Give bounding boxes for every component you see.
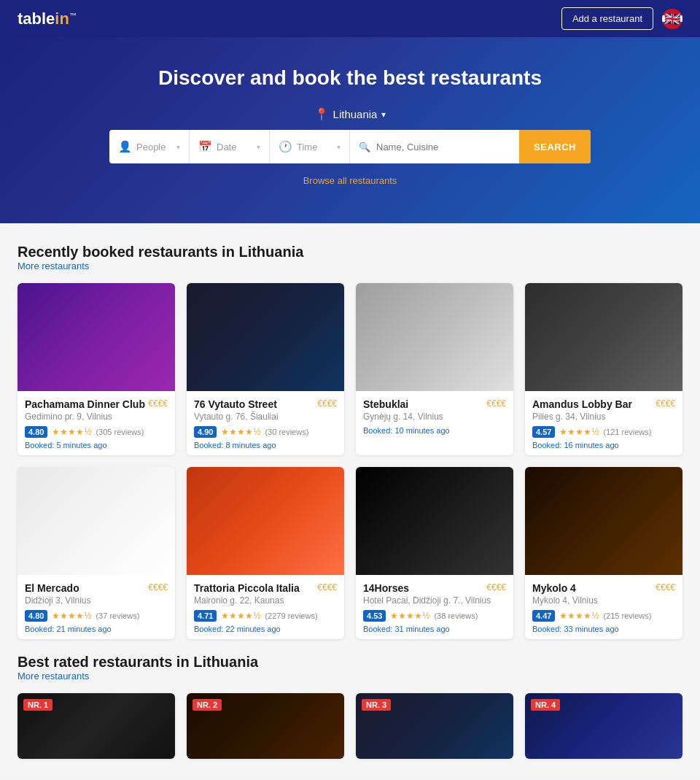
card-body: Pachamama Dinner Club €€€€ Gedimino pr. … [18,391,175,455]
restaurant-address: Pilies g. 34, Vilnius [532,412,675,422]
card-image [187,467,344,575]
card-meta: 4.57 ★★★★½ (121 reviews) [532,426,675,438]
name-cuisine-field[interactable]: 🔍 [350,142,519,152]
clock-icon: 🕐 [279,140,292,153]
restaurant-card[interactable]: El Mercado €€€€ Didžioji 3, Vilnius 4.80… [18,467,175,639]
card-meta: 4.53 ★★★★½ (38 reviews) [363,610,506,622]
card-image [18,467,175,575]
restaurant-address: Hotel Pacai, Didžioji g. 7., Vilnius [363,595,506,606]
date-label: Date [217,142,236,152]
rating-badge: 4.80 [25,426,47,438]
card-title-row: Stebuklai €€€€ [363,398,506,410]
reviews-count: (121 reviews) [603,428,651,436]
card-image: NR. 2 [187,693,344,759]
nr-badge: NR. 3 [362,699,391,711]
location-pin-icon: 📍 [314,107,329,121]
card-image [356,467,513,575]
restaurant-name: 76 Vytauto Street [194,398,277,410]
recently-booked-title: Recently booked restaurants in Lithuania [18,244,682,260]
nr-badge: NR. 2 [192,699,222,711]
search-bar: 👤 People ▾ 📅 Date ▾ 🕐 Time ▾ 🔍 SEARCH [109,130,591,163]
booked-info: Booked: 16 minutes ago [532,441,675,449]
restaurant-card[interactable]: Amandus Lobby Bar €€€€ Pilies g. 34, Vil… [525,283,682,455]
booked-info: Booked: 22 minutes ago [194,625,337,633]
card-image [187,283,344,391]
restaurant-name: Mykolo 4 [532,582,576,594]
reviews-count: (305 reviews) [96,428,144,436]
card-title-row: 14Horses €€€€ [363,582,506,594]
price-indicator: €€€€ [656,398,675,409]
booked-info: Booked: 5 minutes ago [25,441,168,449]
stars: ★★★★½ [221,427,260,437]
language-flag[interactable]: 🇬🇧 [662,9,682,29]
logo-table: table [18,9,55,28]
location-selector[interactable]: 📍 Lithuania ▾ [314,107,386,121]
best-rated-card[interactable]: NR. 1 [18,693,175,759]
card-title-row: Amandus Lobby Bar €€€€ [532,398,675,410]
stars: ★★★★½ [559,611,599,621]
nav-right: Add a restaurant 🇬🇧 [561,7,682,30]
card-title-row: Trattoria Piccola Italia €€€€ [194,582,337,594]
rating-badge: 4.53 [363,610,386,622]
add-restaurant-button[interactable]: Add a restaurant [561,7,653,30]
time-chevron-icon: ▾ [337,143,341,151]
hero-title: Discover and book the best restaurants [18,66,682,90]
best-rated-more-link[interactable]: More restaurants [18,671,682,681]
browse-all-link[interactable]: Browse all restaurants [303,175,397,186]
restaurant-card[interactable]: Pachamama Dinner Club €€€€ Gedimino pr. … [18,283,175,455]
restaurant-address: Vytauto g. 76, Šiauliai [194,412,337,422]
top-navigation: tablein™ Add a restaurant 🇬🇧 [0,0,700,37]
logo-tm: ™ [69,11,77,19]
search-icon: 🔍 [359,142,370,152]
card-body: 14Horses €€€€ Hotel Pacai, Didžioji g. 7… [356,575,513,639]
restaurant-address: Mykolo 4, Vilnius [532,595,675,606]
date-segment[interactable]: 📅 Date ▾ [190,130,270,163]
restaurant-name: Stebuklai [363,398,408,410]
stars: ★★★★½ [221,611,260,621]
card-image [18,283,175,391]
card-image: NR. 1 [18,693,175,759]
reviews-count: (38 reviews) [434,611,478,620]
card-image [525,467,682,575]
recently-booked-more-link[interactable]: More restaurants [18,260,682,271]
logo[interactable]: tablein™ [18,9,77,28]
people-label: People [136,142,166,152]
restaurant-name: 14Horses [363,582,409,594]
stars: ★★★★½ [390,611,429,621]
rating-badge: 4.90 [194,426,217,438]
rating-badge: 4.71 [194,610,217,622]
best-rated-card[interactable]: NR. 3 [356,693,513,759]
restaurant-address: Gedimino pr. 9, Vilnius [25,412,168,422]
card-meta: 4.80 ★★★★½ (37 reviews) [25,610,168,622]
booked-info: Booked: 8 minutes ago [194,441,337,449]
reviews-count: (37 reviews) [96,611,139,620]
restaurant-card[interactable]: 76 Vytauto Street €€€€ Vytauto g. 76, Ši… [187,283,344,455]
people-segment[interactable]: 👤 People ▾ [109,130,190,163]
card-body: Trattoria Piccola Italia €€€€ Maironio g… [187,575,344,639]
search-button[interactable]: SEARCH [519,130,591,163]
restaurant-card[interactable]: Stebuklai €€€€ Gynėjų g. 14, Vilnius Boo… [356,283,513,455]
logo-in: in [55,9,69,28]
restaurant-card[interactable]: 14Horses €€€€ Hotel Pacai, Didžioji g. 7… [356,467,513,639]
time-segment[interactable]: 🕐 Time ▾ [270,130,350,163]
card-image: NR. 4 [525,693,682,759]
nr-badge: NR. 4 [531,699,560,711]
card-meta: 4.47 ★★★★½ (215 reviews) [532,610,675,622]
name-cuisine-input[interactable] [376,142,510,152]
card-meta: 4.90 ★★★★½ (30 reviews) [194,426,337,438]
card-body: Amandus Lobby Bar €€€€ Pilies g. 34, Vil… [525,391,682,455]
hero-section: Discover and book the best restaurants 📍… [0,37,700,223]
stars: ★★★★½ [559,427,599,437]
best-rated-card[interactable]: NR. 4 [525,693,682,759]
price-indicator: €€€€ [317,398,337,409]
restaurant-card[interactable]: Trattoria Piccola Italia €€€€ Maironio g… [187,467,344,639]
best-rated-card[interactable]: NR. 2 [187,693,344,759]
restaurant-card[interactable]: Mykolo 4 €€€€ Mykolo 4, Vilnius 4.47 ★★★… [525,467,682,639]
price-indicator: €€€€ [148,398,168,409]
recently-booked-grid: Pachamama Dinner Club €€€€ Gedimino pr. … [18,283,682,639]
card-title-row: Mykolo 4 €€€€ [532,582,675,594]
price-indicator: €€€€ [486,582,506,592]
restaurant-name: Pachamama Dinner Club [25,398,145,410]
card-image [525,283,682,391]
calendar-icon: 📅 [198,140,212,153]
